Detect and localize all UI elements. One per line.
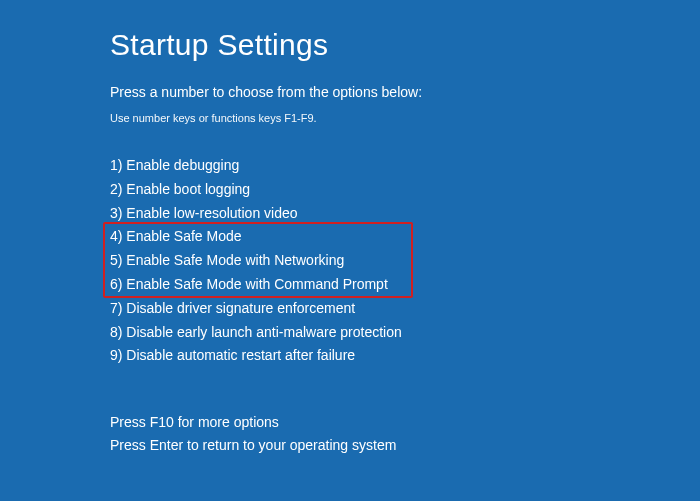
- option-7-disable-driver-signature[interactable]: 7) Disable driver signature enforcement: [110, 297, 700, 321]
- option-3-low-resolution[interactable]: 3) Enable low-resolution video: [110, 202, 700, 226]
- footer-enter: Press Enter to return to your operating …: [110, 434, 396, 456]
- options-list: 1) Enable debugging 2) Enable boot loggi…: [110, 154, 700, 368]
- subtitle-text: Press a number to choose from the option…: [110, 84, 700, 100]
- footer-instructions: Press F10 for more options Press Enter t…: [110, 411, 396, 456]
- option-6-safe-mode-command-prompt[interactable]: 6) Enable Safe Mode with Command Prompt: [110, 273, 700, 297]
- option-4-safe-mode[interactable]: 4) Enable Safe Mode: [110, 225, 700, 249]
- option-5-safe-mode-networking[interactable]: 5) Enable Safe Mode with Networking: [110, 249, 700, 273]
- hint-text: Use number keys or functions keys F1-F9.: [110, 112, 700, 124]
- option-1-debugging[interactable]: 1) Enable debugging: [110, 154, 700, 178]
- option-9-disable-auto-restart[interactable]: 9) Disable automatic restart after failu…: [110, 344, 700, 368]
- option-2-boot-logging[interactable]: 2) Enable boot logging: [110, 178, 700, 202]
- startup-settings-screen: Startup Settings Press a number to choos…: [0, 0, 700, 368]
- option-8-disable-anti-malware[interactable]: 8) Disable early launch anti-malware pro…: [110, 321, 700, 345]
- footer-f10: Press F10 for more options: [110, 411, 396, 433]
- page-title: Startup Settings: [110, 28, 700, 62]
